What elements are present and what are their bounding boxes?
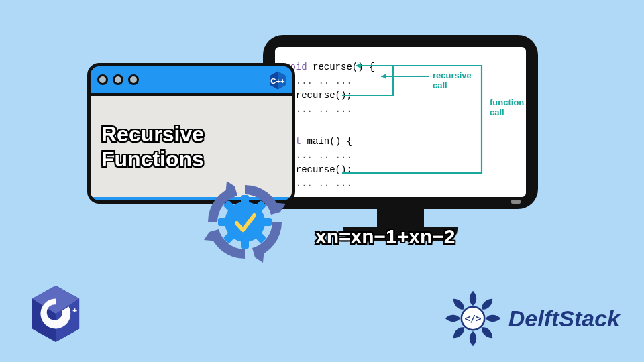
svg-text:C++: C++ [270,77,285,85]
title-line-1: Recursive [101,122,281,147]
code-line-1: void recurse() { [284,60,517,74]
svg-rect-12 [218,218,227,226]
mandala-code-icon: </> [444,290,502,347]
code-text: main() { [301,136,352,147]
code-line-7: ... .. ... [284,149,517,163]
label-text: call [433,80,447,90]
traffic-dot [128,74,139,85]
label-text: function [490,97,524,107]
titlebar: C++ [91,66,292,96]
svg-rect-10 [241,195,249,204]
traffic-dot [113,74,123,85]
label-text: call [490,107,504,117]
traffic-lights [97,74,139,85]
label-recursive-call: recursive call [433,71,472,91]
cpp-hex-icon: C++ [268,70,288,90]
code-line-2: ... .. ... [284,74,517,88]
svg-text:+: + [72,306,77,314]
label-text: recursive [433,70,472,80]
monitor-power-button [511,200,521,204]
label-function-call: function call [490,98,524,118]
monitor-bezel: void recurse() { ... .. ... recurse(); .… [263,35,538,209]
code-line-9: ... .. ... [284,177,517,191]
code-line-8: recurse(); [284,163,517,177]
code-line-5: } [284,117,517,131]
monitor-stand [377,206,424,227]
code-line-6: int main() { [284,135,517,149]
svg-rect-13 [262,218,272,226]
brand-logo: </> DelftStack [444,290,620,347]
code-line-4: ... .. ... [284,103,517,117]
svg-text:</>: </> [464,313,481,324]
monitor-screen: void recurse() { ... .. ... recurse(); .… [275,47,526,197]
cpp-hex-icon: + + [30,284,82,343]
traffic-dot [97,74,108,85]
code-line-3: recurse(); [284,88,517,103]
recurrence-equation: xn=xn−1+xn−2 [315,225,455,248]
monitor: void recurse() { ... .. ... recurse(); .… [263,35,538,246]
code-text: recurse() { [307,62,375,72]
svg-rect-11 [241,239,249,249]
title-line-2: Functions [101,147,281,172]
brand-name: DelftStack [508,306,620,332]
svg-text:+: + [66,306,70,314]
gear-check-cycle-icon [201,178,288,265]
